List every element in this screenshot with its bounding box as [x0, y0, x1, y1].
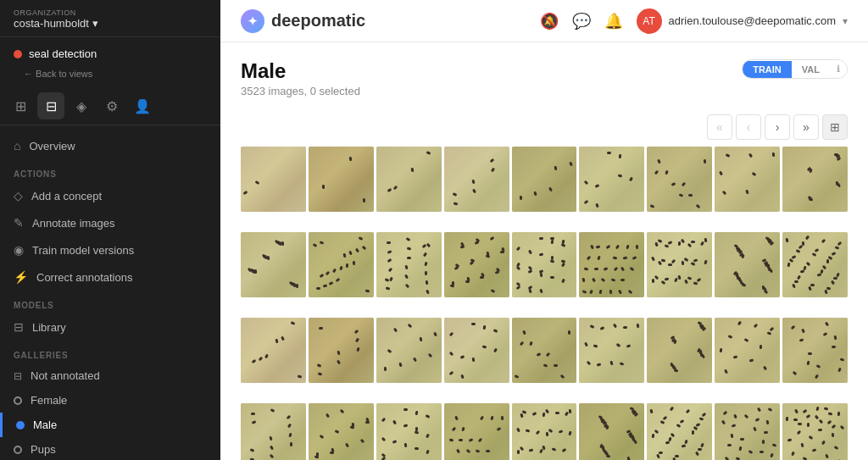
- image-grid-row2: [220, 232, 868, 311]
- org-name[interactable]: costa-humboldt ▾: [14, 17, 207, 30]
- image-cell[interactable]: [309, 318, 374, 383]
- sidebar-item-add-concept[interactable]: ◇ Add a concept: [0, 182, 220, 209]
- nav-icon-users[interactable]: ⊞: [7, 92, 34, 119]
- next-page-button[interactable]: ›: [765, 114, 790, 140]
- image-cell[interactable]: [647, 403, 712, 460]
- image-cell[interactable]: [579, 147, 644, 212]
- sidebar-item-pups[interactable]: Pups: [0, 437, 220, 460]
- image-cell[interactable]: [512, 232, 577, 297]
- train-badge[interactable]: TRAIN: [743, 61, 792, 78]
- image-cell[interactable]: [241, 403, 306, 460]
- sidebar-item-female[interactable]: Female: [0, 388, 220, 413]
- last-page-button[interactable]: »: [793, 114, 819, 140]
- pups-dot: [14, 446, 22, 454]
- image-cell[interactable]: [376, 147, 442, 212]
- image-cell[interactable]: [647, 232, 712, 297]
- image-cell[interactable]: [376, 403, 442, 460]
- image-cell[interactable]: [309, 147, 374, 212]
- image-grid-row4: [220, 403, 868, 460]
- chat-icon[interactable]: 💬: [572, 12, 591, 30]
- notification-icon[interactable]: 🔔: [604, 12, 623, 30]
- toolbar: « ‹ › » ⊞: [220, 108, 868, 147]
- image-cell[interactable]: [241, 147, 306, 212]
- user-area[interactable]: AT adrien.toulouse@deepomatic.com ▾: [637, 8, 848, 34]
- sidebar-item-overview[interactable]: ⌂ Overview: [0, 132, 220, 159]
- image-cell[interactable]: [444, 403, 509, 460]
- image-cell[interactable]: [241, 318, 306, 383]
- image-cell[interactable]: [579, 232, 644, 297]
- avatar: AT: [637, 8, 662, 34]
- image-cell[interactable]: [512, 147, 577, 212]
- image-cell[interactable]: [309, 232, 374, 297]
- top-header: ✦ deepomatic 🔕 💬 🔔 AT adrien.toulouse@de…: [220, 0, 868, 42]
- image-cell[interactable]: [309, 403, 374, 460]
- image-cell[interactable]: [782, 232, 848, 297]
- project-dot: [14, 50, 22, 58]
- annotate-icon: ✎: [14, 216, 24, 230]
- image-cell[interactable]: [647, 147, 712, 212]
- image-cell[interactable]: [376, 318, 442, 383]
- org-label: ORGANIZATION: [14, 8, 207, 17]
- image-cell[interactable]: [715, 403, 780, 460]
- page-title: Male: [241, 59, 360, 83]
- nav-icon-hierarchy[interactable]: ⊟: [37, 92, 64, 119]
- sidebar: ORGANIZATION costa-humboldt ▾ seal detec…: [0, 0, 220, 460]
- project-header: seal detection: [0, 37, 220, 67]
- logo-area: ✦ deepomatic: [241, 9, 365, 33]
- image-cell[interactable]: [241, 232, 306, 297]
- val-badge[interactable]: VAL: [792, 61, 830, 78]
- logo-icon: ✦: [241, 9, 264, 33]
- sidebar-item-train-model[interactable]: ◉ Train model versions: [0, 236, 220, 263]
- grid-view-button[interactable]: ⊞: [822, 114, 848, 140]
- header-right: 🔕 💬 🔔 AT adrien.toulouse@deepomatic.com …: [540, 8, 848, 34]
- sidebar-item-library[interactable]: ⊟ Library: [0, 313, 220, 341]
- galleries-section-title: GALLERIES: [0, 341, 220, 363]
- image-cell[interactable]: [647, 318, 712, 383]
- info-badge[interactable]: ℹ: [830, 60, 847, 78]
- image-cell[interactable]: [715, 232, 780, 297]
- actions-section-title: ACTIONS: [0, 159, 220, 182]
- image-cell[interactable]: [579, 318, 644, 383]
- page-area: Male 3523 images, 0 selected TRAIN VAL ℹ…: [220, 42, 868, 460]
- logo-text: deepomatic: [271, 11, 365, 30]
- sidebar-item-correct-annotations[interactable]: ⚡ Correct annotations: [0, 263, 220, 291]
- image-cell[interactable]: [782, 147, 848, 212]
- image-cell[interactable]: [444, 318, 509, 383]
- image-cell[interactable]: [715, 318, 780, 383]
- sidebar-item-not-annotated[interactable]: ⊟ Not annotated: [0, 363, 220, 388]
- sidebar-nav: ⌂ Overview ACTIONS ◇ Add a concept ✎ Ann…: [0, 125, 220, 460]
- home-icon: ⌂: [14, 139, 20, 152]
- prev-page-button[interactable]: ‹: [736, 114, 761, 140]
- image-cell[interactable]: [512, 318, 577, 383]
- female-dot: [14, 396, 22, 405]
- image-cell[interactable]: [579, 403, 644, 460]
- sidebar-item-male[interactable]: Male: [0, 413, 220, 437]
- image-cell[interactable]: [512, 403, 577, 460]
- nav-icon-person[interactable]: 👤: [129, 92, 156, 119]
- library-icon: ⊟: [14, 320, 24, 334]
- image-cell[interactable]: [376, 232, 442, 297]
- nav-icon-shapes[interactable]: ◈: [68, 92, 95, 119]
- male-dot: [16, 421, 25, 430]
- nav-icons-row: ⊞ ⊟ ◈ ⚙ 👤: [0, 87, 220, 125]
- back-link[interactable]: ← Back to views: [0, 67, 220, 87]
- sidebar-item-annotate-images[interactable]: ✎ Annotate images: [0, 209, 220, 236]
- image-grid-row3: [220, 318, 868, 396]
- org-section: ORGANIZATION costa-humboldt ▾: [0, 0, 220, 37]
- image-cell[interactable]: [444, 147, 509, 212]
- user-chevron-icon: ▾: [843, 15, 848, 27]
- image-cell[interactable]: [715, 147, 780, 212]
- not-annotated-icon: ⊟: [14, 370, 22, 382]
- nav-icon-settings[interactable]: ⚙: [98, 92, 125, 119]
- bell-mute-icon[interactable]: 🔕: [540, 12, 559, 30]
- image-cell[interactable]: [782, 403, 848, 460]
- correct-icon: ⚡: [14, 270, 28, 284]
- user-email: adrien.toulouse@deepomatic.com: [669, 14, 836, 27]
- image-cell[interactable]: [444, 232, 509, 297]
- project-name: seal detection: [29, 47, 97, 60]
- concept-icon: ◇: [14, 189, 23, 202]
- image-cell[interactable]: [782, 318, 848, 383]
- image-grid-row1: [220, 147, 868, 225]
- first-page-button[interactable]: «: [707, 114, 732, 140]
- main-content: ✦ deepomatic 🔕 💬 🔔 AT adrien.toulouse@de…: [220, 0, 868, 460]
